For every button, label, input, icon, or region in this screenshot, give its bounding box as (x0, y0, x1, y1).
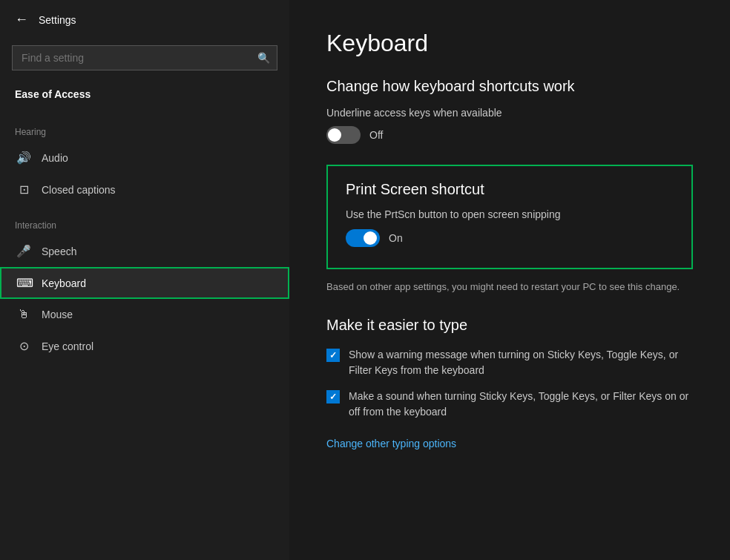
shortcuts-section-heading: Change how keyboard shortcuts work (326, 78, 693, 95)
prtscn-toggle[interactable] (346, 229, 380, 247)
sidebar-item-eye-control-label: Eye control (42, 340, 93, 352)
hearing-category-label: Hearing (0, 112, 289, 142)
audio-icon: 🔊 (16, 151, 31, 165)
sidebar-item-speech-label: Speech (42, 246, 76, 257)
prtscn-toggle-track (346, 229, 380, 247)
checkbox-label-1: Show a warning message when turning on S… (349, 347, 693, 378)
checkmark-icon-2: ✓ (329, 392, 337, 402)
checkbox-2[interactable]: ✓ (326, 390, 340, 403)
prtscn-toggle-row: On (346, 229, 674, 247)
sidebar-header: ← Settings (0, 0, 289, 39)
sidebar-item-audio-label: Audio (42, 152, 68, 164)
underline-toggle-thumb (328, 128, 341, 142)
page-title: Keyboard (326, 30, 693, 57)
eye-control-icon: ⊙ (16, 339, 31, 353)
underline-toggle-status: Off (369, 129, 383, 141)
checkbox-row-1: ✓ Show a warning message when turning on… (326, 347, 693, 378)
sidebar-item-eye-control[interactable]: ⊙ Eye control (0, 330, 289, 362)
checkmark-icon-1: ✓ (329, 350, 337, 360)
sidebar-item-keyboard-label: Keyboard (42, 277, 86, 289)
underline-toggle[interactable] (326, 126, 361, 144)
interaction-category-label: Interaction (0, 205, 289, 235)
change-typing-options-link[interactable]: Change other typing options (326, 438, 456, 449)
settings-title: Settings (39, 14, 76, 26)
search-container: 🔍 (0, 39, 289, 82)
typing-section-heading: Make it easier to type (326, 317, 693, 334)
prtscn-toggle-thumb (364, 231, 377, 245)
ease-of-access-label: Ease of Access (0, 82, 289, 112)
prtscn-desc: Use the PrtScn button to open screen sni… (346, 208, 674, 220)
prtscn-heading: Print Screen shortcut (346, 181, 674, 198)
sidebar-item-keyboard[interactable]: ⌨ Keyboard (0, 267, 289, 299)
underline-toggle-row: Off (326, 126, 693, 144)
keyboard-icon: ⌨ (16, 276, 31, 290)
prtscn-note: Based on other app settings, you might n… (326, 280, 693, 294)
sidebar-item-speech[interactable]: 🎤 Speech (0, 235, 289, 267)
underline-toggle-track (326, 126, 361, 144)
closed-captions-icon: ⊡ (16, 182, 31, 197)
sidebar-item-closed-captions[interactable]: ⊡ Closed captions (0, 174, 289, 205)
sidebar-item-audio[interactable]: 🔊 Audio (0, 142, 289, 174)
main-content: Keyboard Change how keyboard shortcuts w… (289, 0, 730, 560)
mouse-icon: 🖱 (16, 308, 31, 321)
checkbox-label-2: Make a sound when turning Sticky Keys, T… (349, 389, 693, 420)
sidebar: ← Settings 🔍 Ease of Access Hearing 🔊 Au… (0, 0, 289, 560)
prtscn-section: Print Screen shortcut Use the PrtScn but… (326, 165, 693, 269)
prtscn-toggle-status: On (389, 232, 403, 244)
sidebar-item-mouse-label: Mouse (42, 309, 73, 320)
sidebar-item-closed-captions-label: Closed captions (42, 184, 116, 196)
checkbox-1[interactable]: ✓ (326, 349, 340, 362)
underline-label: Underline access keys when available (326, 107, 693, 119)
search-wrapper: 🔍 (12, 45, 277, 70)
checkbox-row-2: ✓ Make a sound when turning Sticky Keys,… (326, 389, 693, 420)
back-button[interactable]: ← (15, 12, 28, 27)
speech-icon: 🎤 (16, 244, 31, 258)
search-input[interactable] (12, 45, 277, 70)
sidebar-item-mouse[interactable]: 🖱 Mouse (0, 299, 289, 330)
